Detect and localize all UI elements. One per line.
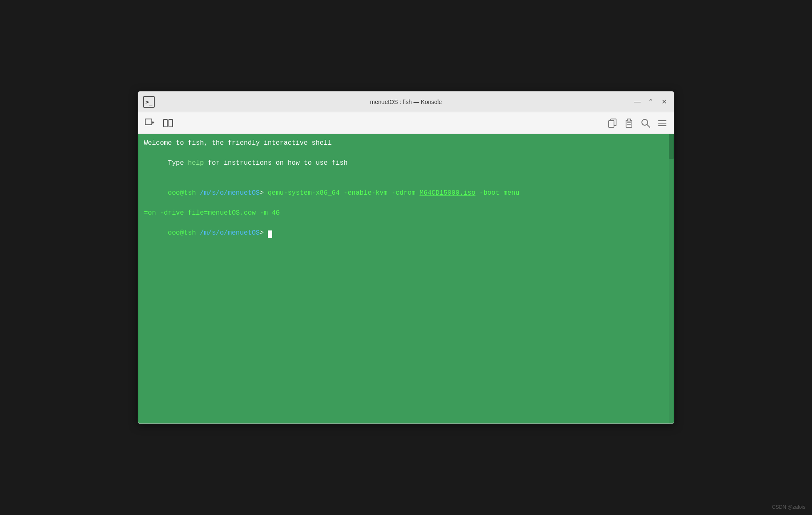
terminal-icon[interactable]: >_: [143, 96, 155, 108]
titlebar-left: >_: [143, 96, 155, 108]
cmd-iso-link: M64CD15000.iso: [420, 189, 475, 197]
copy-button[interactable]: [606, 116, 619, 130]
menu-button[interactable]: [656, 116, 669, 130]
type-suffix: for instructions on how to use fish: [204, 159, 348, 167]
close-button[interactable]: ✕: [659, 97, 669, 107]
prompt-at-2: @: [180, 229, 184, 237]
search-button[interactable]: [639, 116, 652, 130]
scrollbar-thumb[interactable]: [669, 134, 674, 159]
help-word: help: [188, 159, 204, 167]
command-continuation: =on -drive file=menuetOS.cow -m 4G: [144, 208, 668, 218]
terminal-body[interactable]: Welcome to fish, the friendly interactiv…: [138, 134, 674, 423]
toolbar: [138, 112, 674, 134]
split-view-button[interactable]: [161, 116, 175, 130]
prompt-host-2: tsh: [184, 229, 196, 237]
command-line-1: ooo@tsh /m/s/o/menuetOS> qemu-system-x86…: [144, 178, 668, 208]
titlebar-controls: — ⌃ ✕: [632, 97, 669, 107]
prompt-path-1: /m/s/o/menuetOS: [196, 189, 260, 197]
svg-rect-4: [169, 119, 173, 127]
new-tab-button[interactable]: [143, 116, 156, 130]
svg-rect-3: [163, 119, 167, 127]
welcome-line: Welcome to fish, the friendly interactiv…: [144, 138, 668, 148]
prompt-path-2: /m/s/o/menuetOS: [196, 229, 260, 237]
svg-line-12: [647, 124, 650, 127]
prompt-arrow-2: >: [260, 229, 267, 237]
scrollbar-track[interactable]: [669, 134, 674, 423]
svg-rect-8: [627, 119, 631, 121]
maximize-button[interactable]: ⌃: [646, 97, 656, 107]
cursor: [268, 230, 272, 238]
paste-button[interactable]: [622, 116, 636, 130]
cmd-text-1: qemu-system-x86_64 -enable-kvm -cdrom: [268, 189, 420, 197]
prompt-arrow-1: >: [260, 189, 267, 197]
prompt-line-2: ooo@tsh /m/s/o/menuetOS>: [144, 218, 668, 248]
konsole-window: >_ menuetOS : fish — Konsole — ⌃ ✕: [138, 91, 674, 424]
prompt-user-1: ooo: [168, 189, 180, 197]
svg-rect-0: [145, 119, 152, 125]
titlebar: >_ menuetOS : fish — Konsole — ⌃ ✕: [138, 92, 674, 112]
watermark: CSDN @zalois: [772, 504, 805, 510]
minimize-button[interactable]: —: [632, 97, 642, 107]
toolbar-right: [606, 116, 669, 130]
cmd-text-1-rest: -boot menu: [475, 189, 520, 197]
type-help-line: Type help for instructions on how to use…: [144, 148, 668, 178]
prompt-host-1: tsh: [184, 189, 196, 197]
prompt-at-1: @: [180, 189, 184, 197]
type-prefix: Type: [168, 159, 188, 167]
window-title: menuetOS : fish — Konsole: [370, 99, 442, 105]
prompt-user-2: ooo: [168, 229, 180, 237]
svg-rect-6: [609, 121, 614, 127]
